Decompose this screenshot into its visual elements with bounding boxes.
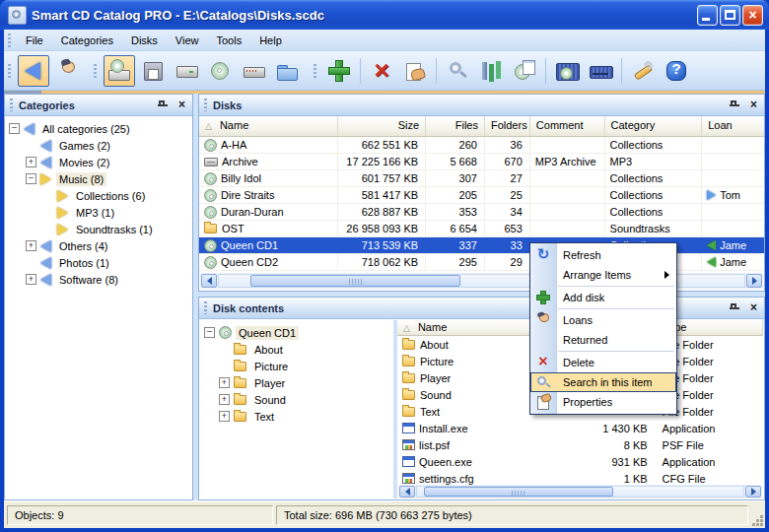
open-tray-button[interactable] [551,55,583,87]
file-list-horizontal-scrollbar[interactable] [398,485,762,499]
collapse-icon[interactable] [9,123,20,134]
help-button[interactable] [661,55,692,87]
panel-close-icon[interactable]: × [175,99,188,111]
scroll-left-button[interactable] [399,486,415,498]
options-button[interactable] [627,55,659,87]
toolbar-grip[interactable] [8,64,11,78]
scrollbar-track[interactable] [416,486,744,498]
menu-item-delete[interactable]: Delete [530,353,676,372]
tree-item-all-categories[interactable]: All categories (25) [5,120,192,137]
expand-icon[interactable] [26,157,36,167]
file-row-queen-exe[interactable]: Queen.exe931 KBApplication [397,453,763,470]
expand-icon[interactable] [26,274,36,285]
collapse-icon[interactable] [204,327,215,338]
disk-row-queen-cd2[interactable]: Queen CD2 718 062 KB 295 29 Jame [199,254,764,271]
delete-disk-button[interactable] [366,55,397,87]
resize-grip[interactable] [750,513,763,526]
pin-icon[interactable] [729,100,740,111]
panel-grip[interactable] [204,99,207,111]
close-button[interactable]: × [742,5,763,26]
menubar-grip[interactable] [8,33,11,47]
tree-item-games[interactable]: Games (2) [5,137,192,154]
expand-icon[interactable] [26,240,36,251]
disk-row-a-ha[interactable]: A-HA 662 551 KB 260 36 Collections [199,137,764,154]
column-header-files[interactable]: Files [426,116,485,136]
minimize-button[interactable] [697,5,718,26]
menu-item-loans[interactable]: Loans [530,310,676,330]
scroll-left-button[interactable] [201,274,217,288]
export-drive-button[interactable] [171,55,202,87]
maximize-button[interactable] [720,5,740,26]
column-header-name[interactable]: △Name [199,116,338,136]
file-row-list-psf[interactable]: list.psf8 KBPSF File [397,436,763,453]
disk-row-dire-straits[interactable]: Dire Straits 581 417 KB 205 25 Collectio… [199,187,764,204]
menu-item-add-disk[interactable]: Add disk [530,288,676,307]
disks-horizontal-scrollbar[interactable] [200,273,763,289]
scrollbar-thumb[interactable] [250,275,460,287]
toolbar-grip[interactable] [314,64,316,78]
menu-help[interactable]: Help [250,32,291,49]
menu-item-refresh[interactable]: Refresh [530,245,676,265]
disk-row-duran-duran[interactable]: Duran-Duran 628 887 KB 353 34 Collection… [199,204,764,221]
loan-button[interactable] [399,55,431,87]
tree-item-mp3[interactable]: MP3 (1) [5,204,192,221]
report-button[interactable] [509,55,540,87]
column-header-folders[interactable]: Folders [485,116,530,136]
tree-item-photos[interactable]: Photos (1) [5,254,192,271]
panel-grip[interactable] [10,99,13,111]
collapse-icon[interactable] [26,173,36,184]
expand-icon[interactable] [219,377,230,388]
scrollbar-thumb[interactable] [424,487,613,497]
tree-item-collections[interactable]: Collections (6) [5,187,192,204]
search-button[interactable] [442,55,473,87]
menu-item-arrange-items[interactable]: Arrange Items [530,265,676,285]
menu-categories[interactable]: Categories [52,32,122,49]
column-header-loan[interactable]: Loan [702,116,764,136]
pin-icon[interactable] [729,302,740,314]
expand-icon[interactable] [219,411,230,422]
statistics-button[interactable] [475,55,507,87]
column-header-comment[interactable]: Comment [530,116,605,136]
open-catalog-button[interactable] [104,55,135,87]
tree-item-text[interactable]: Text [200,408,393,425]
menu-disks[interactable]: Disks [122,32,167,49]
file-row-install-exe[interactable]: Install.exe1 430 KBApplication [397,420,763,436]
column-header-category[interactable]: Category [605,116,703,136]
menu-item-properties[interactable]: Properties [530,392,676,412]
menu-item-search-in-this-item[interactable]: Search in this item [530,372,676,392]
disk-row-queen-cd1-selected[interactable]: Queen CD1 713 539 KB 337 33 Collections … [199,237,764,254]
panel-close-icon[interactable]: × [747,301,760,314]
menu-file[interactable]: File [17,32,52,49]
save-button[interactable] [137,55,169,87]
menu-item-returned[interactable]: Returned [530,330,676,350]
scroll-right-button[interactable] [745,486,761,498]
device-button[interactable] [238,55,269,87]
disk-row-ost[interactable]: OST 26 958 093 KB 6 654 653 Soundtrasks [199,221,764,237]
disk-row-archive[interactable]: Archive 17 225 166 KB 5 668 670 MP3 Arch… [199,154,764,170]
tree-item-others[interactable]: Others (4) [5,237,192,254]
close-tray-button[interactable] [585,55,616,87]
disk-row-billy-idol[interactable]: Billy Idol 601 757 KB 307 27 Collections [199,170,764,187]
column-header-size[interactable]: Size [338,116,426,136]
tree-item-soundtrasks[interactable]: Soundtrasks (1) [5,221,192,237]
pin-icon[interactable] [157,100,169,111]
scroll-right-button[interactable] [746,274,762,288]
toolbar-grip[interactable] [94,64,97,78]
tree-item-software[interactable]: Software (8) [5,271,192,288]
menu-tools[interactable]: Tools [207,32,250,49]
menu-view[interactable]: View [167,32,208,49]
tree-item-queen-cd1[interactable]: Queen CD1 [200,324,393,341]
expand-icon[interactable] [219,394,230,405]
burn-cd-button[interactable] [204,55,236,87]
open-folder-button[interactable] [271,55,303,87]
tree-item-sound[interactable]: Sound [200,391,393,408]
tree-item-picture[interactable]: Picture [200,358,393,374]
add-disk-button[interactable] [323,55,355,87]
panel-grip[interactable] [204,301,207,314]
user-button[interactable] [51,55,83,87]
back-button[interactable] [18,55,49,87]
tree-item-about[interactable]: About [200,341,393,358]
panel-close-icon[interactable]: × [747,99,760,111]
tree-item-player[interactable]: Player [200,374,393,391]
tree-item-music[interactable]: Music (8) [5,170,192,187]
